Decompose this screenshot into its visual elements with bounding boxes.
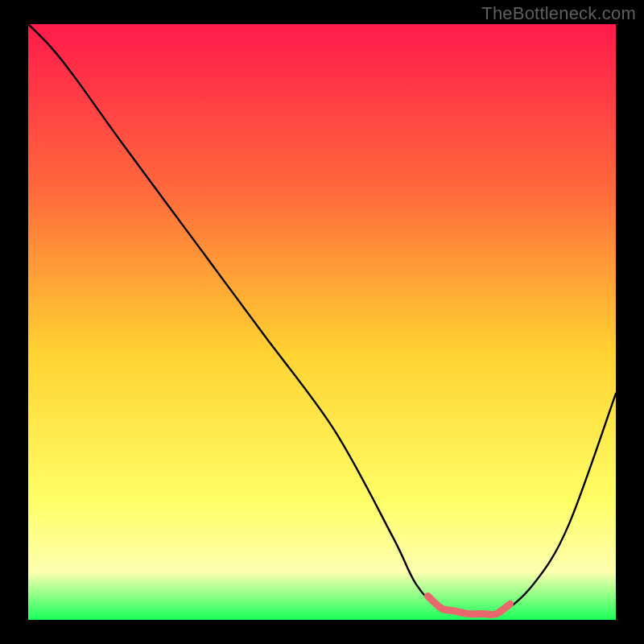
chart-svg: [28, 24, 616, 620]
plot-area: [28, 24, 616, 620]
gradient-background: [28, 24, 616, 620]
watermark-text: TheBottleneck.com: [481, 3, 636, 24]
chart-frame: TheBottleneck.com: [0, 0, 644, 644]
